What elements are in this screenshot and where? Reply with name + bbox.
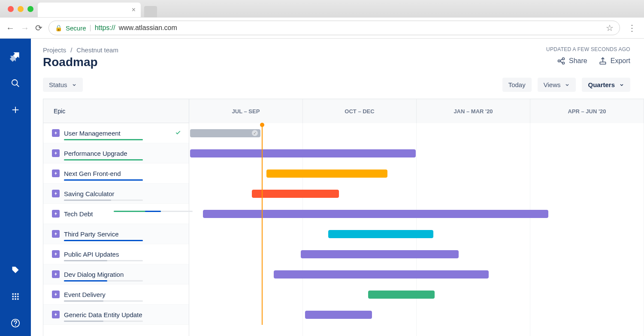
epic-progress — [114, 211, 193, 212]
gantt-bar[interactable] — [252, 190, 339, 198]
gantt-row — [189, 305, 644, 325]
epic-icon — [52, 210, 60, 218]
gantt-bar[interactable] — [190, 149, 416, 157]
svg-rect-10 — [12, 298, 14, 300]
epic-row[interactable]: Generic Data Entity Update — [43, 305, 189, 325]
epic-name: Dev Dialog Migration — [64, 271, 124, 278]
svg-rect-6 — [17, 294, 18, 295]
gantt-bar[interactable] — [301, 250, 459, 258]
close-tab-icon[interactable]: × — [132, 6, 136, 14]
gantt-bar[interactable] — [328, 230, 433, 238]
quarter-header: APR – JUN '20 — [530, 99, 644, 123]
epic-icon — [52, 250, 60, 258]
new-tab-button[interactable] — [144, 6, 157, 17]
share-button[interactable]: Share — [557, 57, 587, 65]
status-filter[interactable]: Status — [43, 78, 83, 92]
export-icon — [599, 57, 607, 65]
forward-icon[interactable]: → — [21, 23, 29, 33]
epic-icon — [52, 149, 60, 157]
lock-icon: 🔒 — [55, 24, 62, 31]
epic-row[interactable]: Public API Updates — [43, 244, 189, 264]
epic-row[interactable]: Third Party Service — [43, 224, 189, 244]
svg-point-15 — [558, 60, 560, 62]
reload-icon[interactable]: ⟳ — [35, 23, 42, 33]
help-icon[interactable] — [9, 316, 22, 330]
svg-line-18 — [560, 59, 562, 61]
epic-row[interactable]: Event Delivery — [43, 285, 189, 305]
search-icon[interactable] — [9, 76, 22, 90]
chevron-down-icon — [619, 82, 624, 88]
gantt-bar[interactable]: ✓ — [190, 129, 260, 137]
gantt-row — [189, 244, 644, 264]
minimize-window-icon[interactable] — [18, 6, 24, 12]
today-button[interactable]: Today — [502, 78, 532, 92]
quarter-header: OCT – DEC — [303, 99, 417, 123]
gantt-bar[interactable] — [274, 270, 489, 278]
app-sidebar — [0, 39, 31, 336]
epic-progress — [64, 321, 143, 322]
breadcrumb-projects[interactable]: Projects — [43, 46, 66, 54]
browser-menu-icon[interactable]: ⋮ — [626, 23, 638, 33]
gantt-row — [189, 184, 644, 204]
epic-progress — [64, 300, 143, 302]
bar-done-icon: ✓ — [252, 130, 258, 136]
epic-row[interactable]: User Managemeent — [43, 123, 189, 143]
tag-icon[interactable] — [9, 263, 22, 277]
epic-row[interactable]: Next Gen Front-end — [43, 163, 189, 184]
jira-logo-icon[interactable] — [9, 50, 22, 64]
svg-rect-20 — [600, 62, 605, 64]
quarters-dropdown[interactable]: Quarters — [582, 78, 630, 92]
epic-progress — [64, 280, 143, 282]
epic-progress — [64, 179, 143, 181]
gantt-row — [189, 204, 644, 224]
maximize-window-icon[interactable] — [27, 6, 33, 12]
epic-row[interactable]: Saving Calculator — [43, 184, 189, 204]
epic-name: Event Delivery — [64, 291, 106, 298]
gantt-row — [189, 285, 644, 305]
breadcrumb-team[interactable]: Chestnut team — [76, 46, 118, 54]
quarter-header: JUL – SEP — [189, 99, 303, 123]
epic-icon — [52, 311, 60, 318]
url-protocol: https:// — [95, 24, 115, 32]
views-dropdown[interactable]: Views — [538, 78, 576, 92]
bookmark-star-icon[interactable]: ☆ — [606, 23, 614, 33]
address-bar[interactable]: 🔒 Secure | https://www.atlassian.com ☆ — [48, 21, 620, 35]
gantt-row — [189, 143, 644, 163]
create-icon[interactable] — [9, 103, 22, 117]
export-label: Export — [611, 57, 630, 65]
today-label: Today — [508, 81, 526, 88]
chevron-down-icon — [565, 82, 570, 88]
gantt-row — [189, 163, 644, 184]
gantt-bar[interactable] — [203, 210, 548, 218]
secure-label: Secure — [66, 24, 86, 32]
roadmap-grid: Epic User ManagemeentPerformance Upgrade… — [43, 99, 644, 336]
close-window-icon[interactable] — [8, 6, 14, 12]
gantt-row — [189, 224, 644, 244]
epic-name: User Managemeent — [64, 130, 121, 137]
share-label: Share — [569, 57, 587, 65]
page-title: Roadmap — [43, 55, 98, 69]
epic-row[interactable]: Tech Debt — [43, 204, 189, 224]
epic-name: Third Party Service — [64, 230, 119, 238]
svg-point-17 — [562, 62, 565, 64]
export-button[interactable]: Export — [599, 57, 630, 65]
svg-rect-8 — [15, 296, 16, 297]
epic-name: Saving Calculator — [64, 190, 115, 197]
browser-tab[interactable]: × — [38, 3, 141, 17]
back-icon[interactable]: ← — [6, 23, 15, 33]
epic-column-header: Epic — [43, 99, 189, 123]
svg-rect-11 — [15, 298, 16, 300]
gantt-bar[interactable] — [368, 291, 435, 299]
status-label: Status — [49, 81, 67, 88]
svg-rect-12 — [17, 298, 18, 300]
gantt-row — [189, 264, 644, 285]
svg-line-19 — [560, 61, 562, 63]
svg-point-14 — [15, 325, 16, 326]
epic-row[interactable]: Dev Dialog Migration — [43, 264, 189, 285]
epic-row[interactable]: Performance Upgrade — [43, 143, 189, 163]
epic-name: Generic Data Entity Update — [64, 311, 142, 318]
svg-point-16 — [562, 58, 565, 60]
apps-grid-icon[interactable] — [9, 290, 22, 303]
gantt-bar[interactable] — [266, 170, 387, 178]
gantt-bar[interactable] — [305, 311, 372, 319]
